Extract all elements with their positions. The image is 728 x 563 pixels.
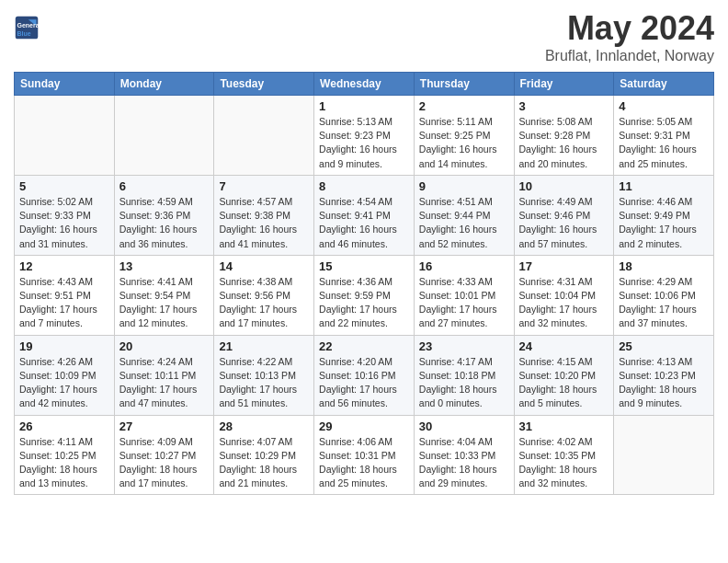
day-cell: 29Sunrise: 4:06 AM Sunset: 10:31 PM Dayl… [314,415,415,495]
day-cell: 10Sunrise: 4:49 AM Sunset: 9:46 PM Dayli… [514,175,614,255]
day-info: Sunrise: 4:33 AM Sunset: 10:01 PM Daylig… [419,275,509,331]
month-title: May 2024 [545,9,714,48]
day-number: 24 [519,339,609,353]
day-info: Sunrise: 4:29 AM Sunset: 10:06 PM Daylig… [619,275,709,331]
day-info: Sunrise: 5:02 AM Sunset: 9:33 PM Dayligh… [19,195,109,251]
day-cell: 17Sunrise: 4:31 AM Sunset: 10:04 PM Dayl… [514,255,614,335]
day-cell: 15Sunrise: 4:36 AM Sunset: 9:59 PM Dayli… [314,255,415,335]
week-row-5: 26Sunrise: 4:11 AM Sunset: 10:25 PM Dayl… [15,415,714,495]
day-info: Sunrise: 4:11 AM Sunset: 10:25 PM Daylig… [19,435,109,491]
day-number: 25 [619,339,709,353]
day-number: 18 [619,259,709,273]
day-cell: 13Sunrise: 4:41 AM Sunset: 9:54 PM Dayli… [114,255,214,335]
day-cell [114,96,214,176]
day-number: 2 [419,99,509,113]
day-number: 28 [219,419,309,433]
day-info: Sunrise: 4:13 AM Sunset: 10:23 PM Daylig… [619,355,709,411]
day-cell: 2Sunrise: 5:11 AM Sunset: 9:25 PM Daylig… [414,96,514,176]
day-number: 29 [319,419,409,433]
day-number: 4 [619,99,709,113]
day-info: Sunrise: 4:59 AM Sunset: 9:36 PM Dayligh… [119,195,210,251]
day-number: 17 [519,259,609,273]
day-number: 5 [19,179,109,193]
day-number: 13 [119,259,210,273]
day-number: 7 [219,179,309,193]
header-row: Sunday Monday Tuesday Wednesday Thursday… [15,73,714,96]
day-cell: 27Sunrise: 4:09 AM Sunset: 10:27 PM Dayl… [114,415,214,495]
week-row-1: 1Sunrise: 5:13 AM Sunset: 9:23 PM Daylig… [15,96,714,176]
day-number: 14 [219,259,309,273]
day-cell [15,96,115,176]
col-friday: Friday [514,73,614,96]
day-info: Sunrise: 4:31 AM Sunset: 10:04 PM Daylig… [519,275,609,331]
day-cell: 12Sunrise: 4:43 AM Sunset: 9:51 PM Dayli… [15,255,115,335]
day-cell: 14Sunrise: 4:38 AM Sunset: 9:56 PM Dayli… [214,255,314,335]
day-info: Sunrise: 5:13 AM Sunset: 9:23 PM Dayligh… [319,115,409,171]
day-info: Sunrise: 4:36 AM Sunset: 9:59 PM Dayligh… [319,275,409,331]
day-cell: 23Sunrise: 4:17 AM Sunset: 10:18 PM Dayl… [414,335,514,415]
day-cell: 24Sunrise: 4:15 AM Sunset: 10:20 PM Dayl… [514,335,614,415]
day-number: 12 [19,259,109,273]
day-cell: 11Sunrise: 4:46 AM Sunset: 9:49 PM Dayli… [614,175,714,255]
day-number: 31 [519,419,609,433]
day-info: Sunrise: 4:51 AM Sunset: 9:44 PM Dayligh… [419,195,509,251]
week-row-2: 5Sunrise: 5:02 AM Sunset: 9:33 PM Daylig… [15,175,714,255]
col-wednesday: Wednesday [314,73,415,96]
day-cell: 20Sunrise: 4:24 AM Sunset: 10:11 PM Dayl… [114,335,214,415]
day-info: Sunrise: 4:09 AM Sunset: 10:27 PM Daylig… [119,435,210,491]
day-number: 21 [219,339,309,353]
day-number: 3 [519,99,609,113]
day-number: 27 [119,419,210,433]
day-info: Sunrise: 4:15 AM Sunset: 10:20 PM Daylig… [519,355,609,411]
day-number: 11 [619,179,709,193]
day-info: Sunrise: 4:54 AM Sunset: 9:41 PM Dayligh… [319,195,409,251]
col-monday: Monday [114,73,214,96]
day-number: 16 [419,259,509,273]
col-tuesday: Tuesday [214,73,314,96]
day-info: Sunrise: 4:46 AM Sunset: 9:49 PM Dayligh… [619,195,709,251]
day-info: Sunrise: 4:41 AM Sunset: 9:54 PM Dayligh… [119,275,210,331]
day-cell: 19Sunrise: 4:26 AM Sunset: 10:09 PM Dayl… [15,335,115,415]
day-info: Sunrise: 4:20 AM Sunset: 10:16 PM Daylig… [319,355,409,411]
day-info: Sunrise: 4:06 AM Sunset: 10:31 PM Daylig… [319,435,409,491]
day-number: 1 [319,99,409,113]
day-info: Sunrise: 4:26 AM Sunset: 10:09 PM Daylig… [19,355,109,411]
day-info: Sunrise: 4:02 AM Sunset: 10:35 PM Daylig… [519,435,609,491]
day-number: 30 [419,419,509,433]
day-info: Sunrise: 4:07 AM Sunset: 10:29 PM Daylig… [219,435,309,491]
day-number: 22 [319,339,409,353]
day-cell [614,415,714,495]
day-cell: 7Sunrise: 4:57 AM Sunset: 9:38 PM Daylig… [214,175,314,255]
day-info: Sunrise: 4:57 AM Sunset: 9:38 PM Dayligh… [219,195,309,251]
day-number: 15 [319,259,409,273]
day-cell: 30Sunrise: 4:04 AM Sunset: 10:33 PM Dayl… [414,415,514,495]
location-title: Bruflat, Innlandet, Norway [545,48,714,64]
day-cell: 6Sunrise: 4:59 AM Sunset: 9:36 PM Daylig… [114,175,214,255]
col-thursday: Thursday [414,73,514,96]
day-info: Sunrise: 4:43 AM Sunset: 9:51 PM Dayligh… [19,275,109,331]
svg-text:General: General [17,22,40,29]
day-cell: 25Sunrise: 4:13 AM Sunset: 10:23 PM Dayl… [614,335,714,415]
calendar-body: 1Sunrise: 5:13 AM Sunset: 9:23 PM Daylig… [15,96,714,495]
day-cell: 1Sunrise: 5:13 AM Sunset: 9:23 PM Daylig… [314,96,415,176]
page-header: General Blue May 2024 Bruflat, Innlandet… [14,9,714,64]
day-info: Sunrise: 4:22 AM Sunset: 10:13 PM Daylig… [219,355,309,411]
day-number: 20 [119,339,210,353]
col-sunday: Sunday [15,73,115,96]
day-cell: 9Sunrise: 4:51 AM Sunset: 9:44 PM Daylig… [414,175,514,255]
day-cell: 5Sunrise: 5:02 AM Sunset: 9:33 PM Daylig… [15,175,115,255]
day-info: Sunrise: 4:49 AM Sunset: 9:46 PM Dayligh… [519,195,609,251]
day-cell: 22Sunrise: 4:20 AM Sunset: 10:16 PM Dayl… [314,335,415,415]
day-info: Sunrise: 5:11 AM Sunset: 9:25 PM Dayligh… [419,115,509,171]
day-info: Sunrise: 5:08 AM Sunset: 9:28 PM Dayligh… [519,115,609,171]
calendar-table: Sunday Monday Tuesday Wednesday Thursday… [14,72,714,495]
day-cell: 26Sunrise: 4:11 AM Sunset: 10:25 PM Dayl… [15,415,115,495]
day-number: 26 [19,419,109,433]
logo: General Blue [14,15,40,40]
day-number: 19 [19,339,109,353]
week-row-3: 12Sunrise: 4:43 AM Sunset: 9:51 PM Dayli… [15,255,714,335]
day-info: Sunrise: 4:38 AM Sunset: 9:56 PM Dayligh… [219,275,309,331]
week-row-4: 19Sunrise: 4:26 AM Sunset: 10:09 PM Dayl… [15,335,714,415]
day-info: Sunrise: 4:04 AM Sunset: 10:33 PM Daylig… [419,435,509,491]
day-info: Sunrise: 5:05 AM Sunset: 9:31 PM Dayligh… [619,115,709,171]
